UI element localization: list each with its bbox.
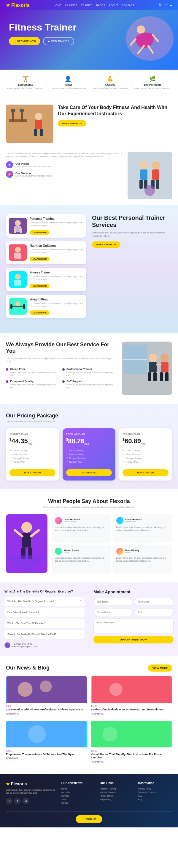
search-icon[interactable]: 🔍: [158, 3, 162, 7]
footer-link-2-2[interactable]: Nutrition Guidance: [100, 791, 134, 793]
appt-name-input[interactable]: [93, 598, 132, 606]
support-email: Flexoria@Support.Com: [12, 645, 37, 648]
footer-link-1-4[interactable]: Team: [61, 798, 95, 801]
nav-about[interactable]: ABOUT: [109, 4, 118, 7]
environments-icon: 🌿: [131, 75, 174, 82]
plan-1-features: Cardio Training Fitness Classes Personal…: [9, 448, 56, 464]
brand-logo[interactable]: ★ Flexoria: [6, 2, 29, 8]
footer-link-1-1[interactable]: Home: [61, 788, 95, 790]
appt-date-input[interactable]: [135, 608, 174, 616]
plan-2-buy-button[interactable]: GET STARTED: [66, 469, 112, 476]
faq-item-2[interactable]: How Often Should I Exercise? ⌄: [4, 608, 85, 617]
news-card-1-read-more[interactable]: READ MORE: [6, 713, 87, 715]
nav-pages[interactable]: PAGES: [96, 4, 105, 7]
nav-classes[interactable]: CLASSES: [65, 4, 78, 7]
service-card-fitness: Fitness Trainer Lorem ipsum dolor sit am…: [6, 268, 86, 291]
news-card-3-title: Emphasizes The Importance Of Fitness And…: [6, 753, 87, 756]
nav-home[interactable]: HOME: [53, 4, 61, 7]
footer-link-1-5[interactable]: Contact: [61, 802, 95, 804]
news-img-3: [6, 721, 87, 747]
footer-link-3-2[interactable]: Terms & Conditions: [138, 791, 172, 793]
appointment-form: APPOINTMENT NOW: [93, 598, 174, 644]
service-card-1-btn[interactable]: LEARN MORE: [30, 230, 50, 235]
testi-2-text: Lorem ipsum dolor sit amet consectetur a…: [116, 526, 169, 532]
news-section: Our News & Blog VIEW MORE July 31 Conver…: [0, 656, 178, 774]
footer-link-2-4[interactable]: Weightlifting: [100, 798, 134, 801]
mission-desc: Lorem ipsum dolor sit amet consectetur: [16, 175, 52, 177]
twitter-icon[interactable]: t: [14, 798, 21, 804]
footer-link-2-3[interactable]: Fitness Trainer: [100, 795, 134, 797]
svg-rect-40: [23, 304, 25, 309]
appt-phone-date-row: [93, 608, 174, 616]
why-feature-4-desc: Lorem ipsum dolor sit amet consectetur a…: [66, 383, 116, 389]
heart-icon[interactable]: ♡: [165, 3, 168, 7]
testimonials-desc: Lorem ipsum dolor sit amet, consectetur …: [6, 506, 172, 508]
services-more-btn[interactable]: MORE ABOUT US: [92, 242, 120, 248]
footer-links-3: Privacy Policy Terms & Conditions FAQ Bl…: [138, 788, 172, 801]
news-view-more-button[interactable]: VIEW MORE: [148, 664, 172, 672]
svg-rect-68: [7, 721, 86, 747]
svg-point-46: [149, 354, 157, 362]
svg-rect-48: [148, 372, 151, 381]
testi-4-avatar: [116, 548, 123, 555]
faq-item-1[interactable]: What Are The Benefits Of Regular Exercis…: [4, 597, 85, 606]
plan-3-period: /mo: [141, 442, 146, 445]
faq-item-4[interactable]: Should I Do Cardio Or Strength Training …: [4, 629, 85, 639]
faq-question-3: What Is The Best Type Of Exercise?: [7, 622, 79, 624]
footer-link-2-1[interactable]: Personal Training: [100, 788, 134, 790]
svg-rect-66: [92, 676, 171, 703]
instagram-icon[interactable]: in: [23, 798, 29, 804]
testi-3-text: Lorem ipsum dolor sit amet consectetur a…: [55, 557, 108, 563]
plan-3-name: Strong Plan: [122, 433, 169, 435]
find-trainer-button[interactable]: ▶ FIND TRAINER: [43, 37, 74, 45]
plan-1-buy-button[interactable]: BUY STARTER: [9, 469, 56, 476]
nav-trainer[interactable]: TRAINER: [81, 4, 93, 7]
news-card-2-read-more[interactable]: READ MORE: [91, 713, 172, 715]
news-card-3-read-more[interactable]: READ MORE: [6, 757, 87, 759]
footer-link-1-3[interactable]: Services: [61, 795, 95, 797]
nav-contact[interactable]: CONTACT: [122, 4, 135, 7]
plan-1-amount: 44.35: [11, 437, 28, 445]
testi-3-role: Trainer: [64, 552, 79, 553]
footer-col-newsletter: Our Newsletter Home About Us Services Te…: [61, 781, 95, 805]
footer-link-3-3[interactable]: FAQ: [138, 795, 172, 797]
testi-4-text: Lorem ipsum dolor sit amet consectetur a…: [116, 557, 169, 563]
why-dot-3: [6, 380, 8, 383]
more-about-button[interactable]: MORE ABOUT US: [58, 120, 86, 126]
service-card-2-btn[interactable]: LEARN MORE: [30, 257, 50, 261]
service-card-4-btn[interactable]: LEARN MORE: [30, 310, 50, 315]
svg-rect-36: [14, 280, 21, 286]
plan-3-buy-button[interactable]: BUY STARTER: [122, 469, 169, 476]
service-now-button[interactable]: ⚡ SERVICE NOW: [9, 37, 40, 45]
footer-link-1-2[interactable]: About Us: [61, 791, 95, 793]
testi-1-header: Libra Hoffman Fitness Member: [55, 517, 108, 524]
news-img-2: [91, 676, 172, 703]
faq-chevron-4: ⌄: [79, 632, 82, 636]
svg-point-69: [28, 725, 46, 743]
service-card-3-btn[interactable]: LEARN MORE: [30, 284, 50, 288]
footer-signup-button[interactable]: ⚡ SIGN UP: [76, 815, 102, 823]
why-image: [122, 342, 172, 395]
phone-number: +1 (012) 345 40 43: [12, 643, 37, 645]
appt-message-input[interactable]: [93, 619, 174, 633]
footer-link-3-1[interactable]: Privacy Policy: [138, 788, 172, 790]
appt-phone-input[interactable]: [93, 608, 132, 616]
testi-4-role: Athlete: [125, 552, 140, 553]
why-features-grid: Cheap Price Lorem ipsum dolor sit amet c…: [6, 368, 116, 389]
plan-3-feature-3: Personal Training: [122, 456, 169, 460]
service-card-2-content: Nutrition Guidance Lorem ipsum dolor sit…: [30, 244, 83, 261]
news-card-2: July 31 Stories Of Individuals Who Achie…: [91, 676, 172, 717]
testimonials-layout: Libra Hoffman Fitness Member Lorem ipsum…: [6, 514, 172, 573]
pricing-card-popular: Popular Plan $88.76/mo Cardio Training F…: [63, 428, 116, 480]
footer-link-3-4[interactable]: Blog: [138, 798, 172, 801]
appointment-submit-button[interactable]: APPOINTMENT NOW: [93, 636, 174, 644]
news-card-4-read-more[interactable]: READ MORE: [91, 761, 172, 763]
faq-item-3[interactable]: What Is The Best Type Of Exercise? ⌄: [4, 619, 85, 628]
appt-email-input[interactable]: [135, 598, 174, 606]
plan-2-feature-2: Fitness Classes: [66, 453, 112, 456]
facebook-icon[interactable]: f: [6, 798, 12, 804]
svg-rect-33: [14, 253, 21, 259]
stat-equipments: 🏋️ Equipments Lorem ipsum dolor sit amet…: [4, 75, 47, 90]
menu-icon[interactable]: ≡: [170, 4, 172, 7]
service-right-panel: Our Best Personal Trainer Services Lorem…: [92, 214, 172, 318]
